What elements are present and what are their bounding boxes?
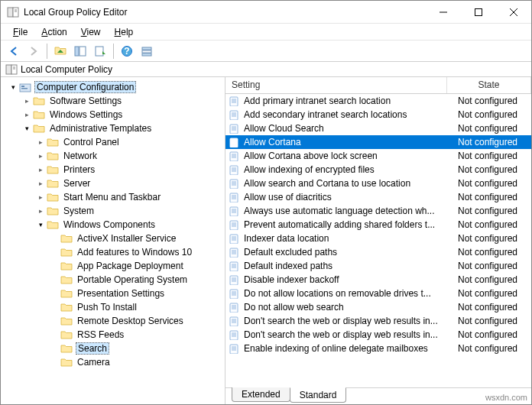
setting-state: Not configured [455,151,531,161]
setting-icon [229,206,241,216]
tree-node[interactable]: Search [1,342,225,355]
tree-node[interactable]: ▾Administrative Templates [1,122,225,135]
setting-row[interactable]: Don't search the web or display web resu… [225,314,531,328]
expand-icon[interactable]: ▸ [34,152,47,160]
setting-state: Not configured [455,343,531,354]
maximize-button[interactable] [461,1,496,23]
minimize-button[interactable] [426,1,461,23]
expand-icon[interactable]: ▸ [34,180,47,187]
tree-node[interactable]: ▾Windows Components [1,218,225,232]
setting-name: Allow Cortana [244,137,301,147]
setting-row[interactable]: Don't search the web or display web resu… [225,328,531,342]
tree-node[interactable]: App Package Deployment [1,259,225,273]
expand-icon[interactable]: ▸ [34,166,47,173]
setting-row[interactable]: Allow Cloud SearchNot configured [225,122,531,135]
tree-node[interactable]: ▸Windows Settings [1,108,225,122]
setting-icon [229,261,241,271]
setting-state: Not configured [455,247,531,258]
setting-row[interactable]: Enable indexing of online delegate mailb… [225,342,531,355]
toolbar-separator [47,44,47,59]
tree-label: Add features to Windows 10 [76,247,193,258]
tree-node[interactable]: Push To Install [1,300,225,314]
setting-name: Default indexed paths [244,261,332,271]
setting-icon [229,192,241,202]
folder-icon [60,247,73,258]
folder-icon [60,233,73,244]
tab-extended[interactable]: Extended [232,387,290,402]
list-body[interactable]: Add primary intranet search locationNot … [225,94,531,387]
show-hide-tree-button[interactable] [72,43,89,60]
expand-icon[interactable]: ▸ [34,193,47,201]
tree-node[interactable]: Presentation Settings [1,287,225,300]
column-state[interactable]: State [447,77,531,93]
tree-node[interactable]: ▸Server [1,177,225,190]
menu-help[interactable]: Help [109,25,140,39]
tree-node[interactable]: ▸Software Settings [1,94,225,108]
export-list-button[interactable] [92,43,109,60]
setting-row[interactable]: Do not allow web searchNot configured [225,300,531,314]
tree-node[interactable]: Camera [1,355,225,369]
setting-state: Not configured [455,178,531,189]
expand-icon[interactable]: ▸ [34,138,47,146]
tree-label: Computer Configuration [34,81,136,93]
tree-node[interactable]: Portable Operating System [1,273,225,287]
tree-pane[interactable]: ▾Computer Configuration▸Software Setting… [1,77,225,404]
tree-node[interactable]: ▸Start Menu and Taskbar [1,190,225,204]
collapse-icon[interactable]: ▾ [34,221,47,228]
setting-row[interactable]: Allow Cortana above lock screenNot confi… [225,149,531,163]
filter-button[interactable] [138,43,155,60]
tree-node[interactable]: ▾Computer Configuration [1,80,225,94]
folder-icon [47,137,59,147]
setting-row[interactable]: Allow use of diacriticsNot configured [225,190,531,204]
console-root-icon [5,63,18,76]
tree-label: RSS Feeds [76,329,125,340]
help-button[interactable]: ? [118,43,135,60]
setting-row[interactable]: Disable indexer backoffNot configured [225,273,531,287]
console-root-label: Local Computer Policy [21,64,112,75]
setting-state: Not configured [455,164,531,175]
setting-row[interactable]: Indexer data locationNot configured [225,232,531,245]
collapse-icon[interactable]: ▾ [21,125,33,132]
tree-node[interactable]: ▸Control Panel [1,135,225,149]
setting-row[interactable]: Allow indexing of encrypted filesNot con… [225,163,531,177]
setting-row[interactable]: Always use automatic language detection … [225,204,531,218]
tree-node[interactable]: ▸Network [1,149,225,163]
expand-icon[interactable]: ▸ [34,207,47,215]
setting-row[interactable]: Add secondary intranet search locationsN… [225,108,531,122]
expand-icon[interactable]: ▸ [21,97,33,105]
setting-row[interactable]: Default excluded pathsNot configured [225,245,531,259]
forward-button[interactable] [25,43,42,60]
close-button[interactable] [496,1,531,23]
setting-row[interactable]: Allow CortanaNot configured [225,135,531,149]
setting-row[interactable]: Prevent automatically adding shared fold… [225,218,531,232]
setting-row[interactable]: Allow search and Cortana to use location… [225,177,531,190]
tab-standard[interactable]: Standard [290,387,347,403]
back-button[interactable] [5,43,22,60]
setting-row[interactable]: Do not allow locations on removable driv… [225,287,531,300]
tree-label: Software Settings [48,96,123,106]
setting-icon [229,164,241,175]
setting-row[interactable]: Add primary intranet search locationNot … [225,94,531,108]
setting-name: Always use automatic language detection … [244,206,434,216]
tree-node[interactable]: Add features to Windows 10 [1,245,225,259]
folder-icon [60,329,73,340]
menu-file[interactable]: File [7,25,34,39]
menu-view[interactable]: View [75,25,107,39]
tree-node[interactable]: ▸Printers [1,163,225,177]
tree-label: Search [76,342,109,355]
folder-icon [60,261,73,271]
menu-action[interactable]: Action [35,25,73,39]
expand-icon[interactable]: ▸ [21,111,33,118]
up-button[interactable] [52,43,69,60]
folder-icon [47,192,59,202]
setting-name: Allow Cloud Search [244,123,324,134]
collapse-icon[interactable]: ▾ [7,83,19,91]
tree-node[interactable]: ▸System [1,204,225,218]
setting-row[interactable]: Default indexed pathsNot configured [225,259,531,273]
column-setting[interactable]: Setting [225,77,447,93]
tree-node[interactable]: ActiveX Installer Service [1,232,225,245]
tree-node[interactable]: RSS Feeds [1,328,225,342]
folder-icon [47,178,59,189]
tree-node[interactable]: Remote Desktop Services [1,314,225,328]
setting-state: Not configured [455,288,531,299]
